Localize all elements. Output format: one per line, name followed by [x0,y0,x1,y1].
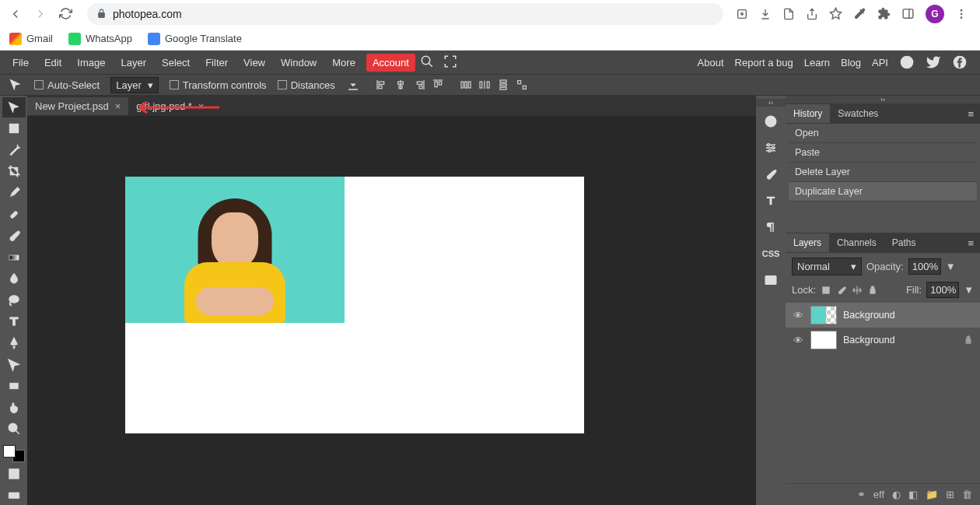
character-panel-icon[interactable] [758,189,783,212]
layer-name[interactable]: Background [843,310,974,321]
tab-layers[interactable]: Layers [786,233,829,252]
star-icon[interactable] [829,7,842,20]
menu-view[interactable]: View [236,52,273,73]
eyedropper-ext-icon[interactable] [853,7,866,20]
dist-4-icon[interactable] [516,79,528,91]
link-report-bug[interactable]: Report a bug [735,57,793,68]
path-select-tool[interactable] [2,355,26,375]
menu-layer[interactable]: Layer [114,52,155,73]
dist-1-icon[interactable] [460,79,472,91]
lock-brush-icon[interactable] [836,285,847,296]
layer-row[interactable]: 👁 Background [786,303,980,328]
link-learn[interactable]: Learn [804,57,830,68]
address-bar[interactable]: photopea.com [87,3,723,25]
bookmark-gmail[interactable]: Gmail [9,33,53,45]
bookmark-translate[interactable]: Google Translate [148,33,242,45]
css-panel-icon[interactable]: CSS [758,242,783,265]
history-item[interactable]: Delete Layer [789,163,977,182]
menu-filter[interactable]: Filter [198,52,236,73]
menu-icon[interactable] [955,8,968,20]
dist-2-icon[interactable] [478,79,491,91]
align-left-icon[interactable] [376,79,388,91]
quick-mask-tool[interactable] [2,464,26,484]
adjustment-icon[interactable]: ◧ [908,489,918,500]
wand-tool[interactable] [2,140,26,160]
effects-button[interactable]: eff [873,489,884,500]
distances-checkbox[interactable]: Distances [278,79,335,91]
layer-name[interactable]: Background [843,335,957,345]
brush-tool[interactable] [2,226,26,246]
visibility-icon[interactable]: 👁 [792,335,804,346]
eyedropper-tool[interactable] [2,183,26,203]
blur-tool[interactable] [2,269,26,289]
marquee-tool[interactable] [2,119,26,139]
heal-tool[interactable] [2,205,26,225]
panel-collapse-grip[interactable]: ‹› [756,99,786,107]
layer-thumb[interactable] [810,306,837,324]
info-panel-icon[interactable] [758,110,783,133]
dropdown-icon[interactable]: ▼ [964,284,974,296]
pasted-layer[interactable] [125,177,345,323]
panel-menu-icon[interactable]: ≡ [961,237,980,249]
history-item[interactable]: Open [789,124,977,143]
layer-thumb[interactable] [810,331,837,349]
reload-button[interactable] [56,5,75,23]
trash-icon[interactable]: 🗑 [962,489,972,500]
visibility-icon[interactable]: 👁 [792,310,804,321]
move-tool[interactable] [2,97,26,117]
history-item[interactable]: Paste [789,143,977,163]
link-api[interactable]: API [872,57,888,68]
menu-more[interactable]: More [324,52,363,73]
reddit-icon[interactable] [899,54,915,70]
fill-input[interactable]: 100% [926,282,959,298]
new-layer-icon[interactable]: ⊞ [946,489,954,500]
gradient-tool[interactable] [2,247,26,268]
adjust-panel-icon[interactable] [758,136,783,160]
link-blog[interactable]: Blog [841,57,861,68]
panel-menu-icon[interactable]: ≡ [961,108,980,120]
shape-tool[interactable] [2,376,26,396]
target-select[interactable]: Layer▾ [110,77,159,93]
transform-controls-checkbox[interactable]: Transform controls [170,79,267,91]
pen-tool[interactable] [2,333,26,353]
menu-select[interactable]: Select [154,52,198,73]
align-top-icon[interactable] [432,79,444,91]
hand-tool[interactable] [2,398,26,418]
close-tab-icon[interactable]: × [115,100,121,112]
menu-edit[interactable]: Edit [37,52,69,73]
menu-image[interactable]: Image [69,52,113,73]
share-icon[interactable] [806,8,818,20]
menu-window[interactable]: Window [273,52,324,73]
lock-pixels-icon[interactable] [821,285,831,296]
link-about[interactable]: About [698,57,724,68]
back-button[interactable] [6,5,25,23]
dist-3-icon[interactable] [497,79,509,91]
tab-paths[interactable]: Paths [884,233,924,252]
brush-panel-icon[interactable] [758,163,783,186]
image-panel-icon[interactable] [758,268,783,292]
blend-mode-select[interactable]: Normal▾ [792,258,862,275]
history-item[interactable]: Duplicate Layer [789,182,977,202]
folder-icon[interactable]: 📁 [926,489,938,500]
tab-swatches[interactable]: Swatches [830,104,886,123]
profile-avatar[interactable]: G [926,5,944,23]
paragraph-panel-icon[interactable] [758,216,783,239]
color-swatches[interactable] [3,445,25,462]
sidepanel-icon[interactable] [901,7,915,20]
menu-account[interactable]: Account [366,54,415,72]
forward-button[interactable] [31,5,50,23]
drop-icon[interactable] [346,78,360,92]
align-hcenter-icon[interactable] [394,79,407,91]
lock-move-icon[interactable] [852,285,863,296]
align-right-icon[interactable] [413,79,425,91]
canvas[interactable] [125,177,584,433]
canvas-area[interactable] [27,116,756,505]
close-tab-icon[interactable]: × [198,100,205,112]
layer-row[interactable]: 👁 Background [786,328,980,352]
crop-tool[interactable] [2,162,26,182]
facebook-icon[interactable] [952,54,968,70]
document-tab-2[interactable]: girl.jpg.psd * × [128,97,212,115]
link-layers-icon[interactable]: ⚭ [857,489,866,500]
menu-file[interactable]: File [5,52,37,73]
keyboard-tool[interactable] [2,485,26,505]
